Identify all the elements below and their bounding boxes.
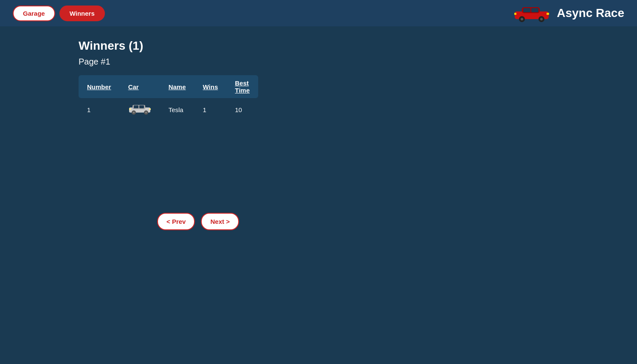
svg-rect-18 (149, 108, 151, 110)
svg-point-5 (521, 18, 523, 20)
svg-rect-8 (547, 13, 549, 15)
page-subtitle: Page #1 (79, 57, 558, 67)
nav: Garage Winners (13, 6, 105, 21)
col-best-time[interactable]: Best Time (226, 75, 258, 98)
cell-best-time: 10 (226, 98, 258, 121)
winners-nav-button[interactable]: Winners (59, 6, 105, 21)
svg-point-15 (133, 112, 135, 113)
svg-rect-19 (129, 108, 131, 110)
prev-button[interactable]: < Prev (157, 213, 195, 230)
cell-wins: 1 (194, 98, 227, 121)
table-header-row: Number Car Name Wins Best Time (79, 75, 258, 98)
svg-rect-12 (134, 105, 138, 108)
svg-point-7 (540, 18, 543, 20)
brand-title: Async Race (557, 6, 624, 20)
next-button[interactable]: Next > (201, 213, 239, 230)
col-number[interactable]: Number (79, 75, 120, 98)
svg-rect-13 (139, 105, 144, 108)
main-content: Winners (1) Page #1 Number Car Name Wins… (0, 26, 637, 322)
garage-nav-button[interactable]: Garage (13, 6, 55, 21)
cell-car (120, 98, 160, 121)
table-row: 1 Tesla110 (79, 98, 258, 121)
col-wins[interactable]: Wins (194, 75, 227, 98)
brand: Async Race (513, 4, 624, 23)
winners-title: Winners (1) (79, 39, 558, 53)
header: Garage Winners Async Race (0, 0, 637, 26)
car-icon (128, 103, 152, 115)
cell-number: 1 (79, 98, 120, 121)
svg-rect-2 (523, 8, 530, 12)
pagination: < Prev Next > (157, 213, 637, 230)
winners-table: Number Car Name Wins Best Time 1 (79, 75, 258, 121)
brand-car-icon (513, 4, 551, 23)
svg-point-17 (145, 112, 147, 113)
svg-rect-3 (531, 8, 538, 12)
col-name: Name (160, 75, 194, 98)
svg-rect-9 (514, 13, 516, 15)
cell-name: Tesla (160, 98, 194, 121)
col-car[interactable]: Car (120, 75, 160, 98)
